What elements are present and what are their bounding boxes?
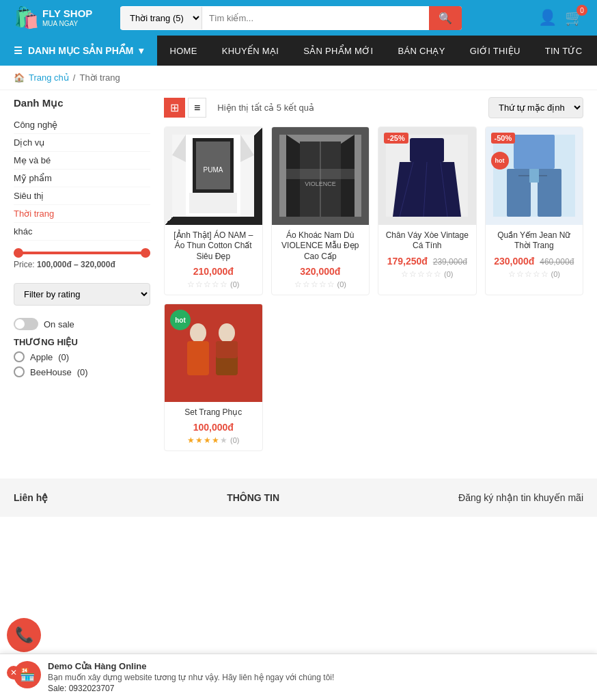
search-button[interactable]: 🔍 [429, 6, 462, 30]
nav-tin-tuc[interactable]: TIN TỨC [533, 36, 595, 66]
price-current-1: 210,000đ [193, 266, 234, 277]
search-input[interactable] [202, 8, 429, 29]
grid-view-button[interactable]: ⊞ [164, 98, 185, 118]
logo-sub: MUA NGAY [42, 20, 92, 27]
nav-gioi-thieu[interactable]: GIỚI THIỆU [458, 36, 533, 66]
product-card-2[interactable]: VIOLENCE Áo Khoác Nam Dù VIOLENCE Mẫu Đẹ… [271, 126, 370, 295]
product-card-1[interactable]: PUMA [Ảnh Thật] ÁO NAM – Áo Thun Cotton … [164, 126, 263, 295]
product-card-4[interactable]: -50% hot [485, 126, 584, 295]
footer-lien-he-title: Liên hệ [14, 492, 48, 503]
cart-button[interactable]: 🛒 0 [565, 9, 583, 27]
footer-dang-ky: Đăng ký nhận tin khuyến mãi [458, 492, 583, 503]
price-old-3: 239,000đ [433, 257, 467, 267]
brand-apple-label: Apple [30, 352, 53, 362]
home-icon: 🏠 [14, 72, 25, 83]
search-category-select[interactable]: Thời trang (5) [120, 7, 202, 29]
toolbar-left: ⊞ ≡ Hiện thị tất cả 5 kết quả [164, 98, 314, 118]
price-old-4: 460,000đ [540, 257, 574, 267]
sort-select[interactable]: Thứ tự mặc định Giá tăng dần Giá giảm dầ… [488, 97, 583, 118]
on-sale-toggle[interactable] [14, 318, 38, 330]
svg-rect-7 [189, 193, 237, 213]
product-hot-badge-4: hot [491, 152, 509, 170]
menu-icon: ☰ [14, 45, 23, 56]
product-price-3: 179,250đ 239,000đ [384, 256, 471, 267]
svg-text:PUMA: PUMA [204, 166, 223, 174]
nav-san-pham-moi[interactable]: SẢN PHẨM MỚI [291, 36, 385, 66]
logo-text-block: FLY SHOP MUA NGAY [42, 8, 92, 27]
price-current-2: 320,000đ [300, 266, 340, 277]
svg-rect-13 [279, 169, 361, 179]
svg-point-31 [191, 325, 205, 338]
brand-radio-apple[interactable] [14, 351, 25, 362]
nav-links: HOME KHUYẾN MẠI SẢN PHẨM MỚI BÁN CHẠY GI… [157, 36, 594, 66]
logo-name: FLY SHOP [42, 8, 92, 20]
toggle-knob [15, 319, 25, 329]
list-view-button[interactable]: ≡ [188, 98, 206, 118]
category-menu-button[interactable]: ☰ DANH MỤC SẢN PHẨM ▾ [0, 36, 157, 66]
user-button[interactable]: 👤 [538, 9, 557, 27]
logo-icon: 🛍️ [14, 5, 38, 30]
product-stars-1: ☆☆☆☆☆ (0) [170, 280, 257, 289]
brand-apple-count: (0) [58, 352, 69, 362]
filter-by-rating-select[interactable]: Filter by rating 1 star 2 stars 3 stars … [14, 283, 150, 306]
product-info-5: Set Trang Phục 100,000đ ★ ★ ★ ★ ★ (0) [165, 402, 262, 451]
sidebar-item-dich-vu[interactable]: Dịch vụ [14, 134, 150, 152]
price-range-left-thumb[interactable] [14, 248, 23, 258]
sidebar-item-thoi-trang[interactable]: Thời trang [14, 205, 150, 223]
result-count: Hiện thị tất cả 5 kết quả [217, 103, 314, 113]
svg-rect-5 [196, 142, 230, 189]
view-toggle: ⊞ ≡ [164, 98, 206, 118]
product-info-3: Chân Váy Xòe Vintage Cá Tính 179,250đ 23… [378, 225, 476, 284]
on-sale-label: On sale [44, 319, 74, 329]
product-price-1: 210,000đ [170, 266, 257, 277]
nav-ban-chay[interactable]: BÁN CHẠY [385, 36, 457, 66]
product-name-5: Set Trang Phục [170, 407, 257, 418]
footer-thong-tin: THÔNG TIN [227, 492, 279, 503]
nav-khuyen-mai[interactable]: KHUYẾN MẠI [210, 36, 292, 66]
category-label: DANH MỤC SẢN PHẨM [28, 45, 133, 56]
header-icons: 👤 🛒 0 [538, 9, 583, 27]
brand-apple[interactable]: Apple (0) [14, 351, 150, 362]
brand-radio-beehouse[interactable] [14, 366, 25, 377]
category-menu: Công nghệ Dịch vụ Mẹ và bé Mỹ phẩm Siêu … [14, 116, 150, 241]
price-current-3: 179,250đ [387, 256, 428, 267]
product-image-2: VIOLENCE [272, 127, 370, 225]
sidebar-item-my-pham[interactable]: Mỹ phẩm [14, 170, 150, 187]
brand-beehouse-count: (0) [77, 367, 88, 377]
sidebar-item-me-va-be[interactable]: Mẹ và bé [14, 152, 150, 170]
product-image-1: PUMA [165, 127, 262, 225]
sidebar-item-cong-nghe[interactable]: Công nghệ [14, 116, 150, 134]
product-card-5[interactable]: hot [164, 304, 263, 451]
price-label: Price: 100,000đ – 320,000đ [14, 260, 150, 269]
product-stars-5: ★ ★ ★ ★ ★ (0) [170, 435, 257, 445]
product-card-3[interactable]: -25% Chân Váy Xòe Vintage Cá Tính [378, 126, 477, 295]
search-bar: Thời trang (5) 🔍 [120, 6, 462, 30]
product-info-4: Quần Yếm Jean Nữ Thời Trang 230,000đ 460… [486, 225, 583, 284]
footer-thong-tin-title: THÔNG TIN [227, 492, 279, 503]
price-current-4: 230,000đ [494, 256, 534, 267]
product-price-2: 320,000đ [277, 266, 364, 277]
price-range-track[interactable] [14, 252, 150, 254]
sidebar-item-khac[interactable]: khác [14, 223, 150, 241]
chevron-down-icon: ▾ [139, 45, 143, 56]
product-toolbar: ⊞ ≡ Hiện thị tất cả 5 kết quả Thứ tự mặc… [164, 97, 583, 118]
toolbar-right: Thứ tự mặc định Giá tăng dần Giá giảm dầ… [488, 97, 583, 118]
nav-home[interactable]: HOME [157, 36, 209, 66]
brand-beehouse[interactable]: BeeHouse (0) [14, 366, 150, 377]
product-badge-4: -50% [491, 133, 516, 144]
product-grid-row2: hot [164, 304, 583, 451]
product-name-1: [Ảnh Thật] ÁO NAM – Áo Thun Cotton Chất … [170, 230, 257, 262]
product-name-2: Áo Khoác Nam Dù VIOLENCE Mẫu Đẹp Cao Cấp [277, 230, 364, 262]
svg-rect-30 [187, 341, 209, 375]
svg-marker-17 [393, 162, 461, 217]
footer-bar: Liên hệ THÔNG TIN Đăng ký nhận tin khuyế… [0, 479, 597, 517]
sidebar-item-sieu-thi[interactable]: Siêu thị [14, 187, 150, 205]
product-stars-4: ☆☆☆☆☆ (0) [491, 269, 578, 279]
breadcrumb-current: Thời trang [79, 72, 120, 83]
product-name-3: Chân Váy Xòe Vintage Cá Tính [384, 230, 471, 252]
price-range-value: 100,000đ – 320,000đ [37, 260, 115, 269]
footer-dang-ky-title: Đăng ký nhận tin khuyến mãi [458, 492, 583, 503]
price-range-right-thumb[interactable] [141, 248, 150, 258]
breadcrumb-home[interactable]: Trang chủ [29, 72, 69, 83]
product-image-3: -25% [378, 127, 476, 225]
